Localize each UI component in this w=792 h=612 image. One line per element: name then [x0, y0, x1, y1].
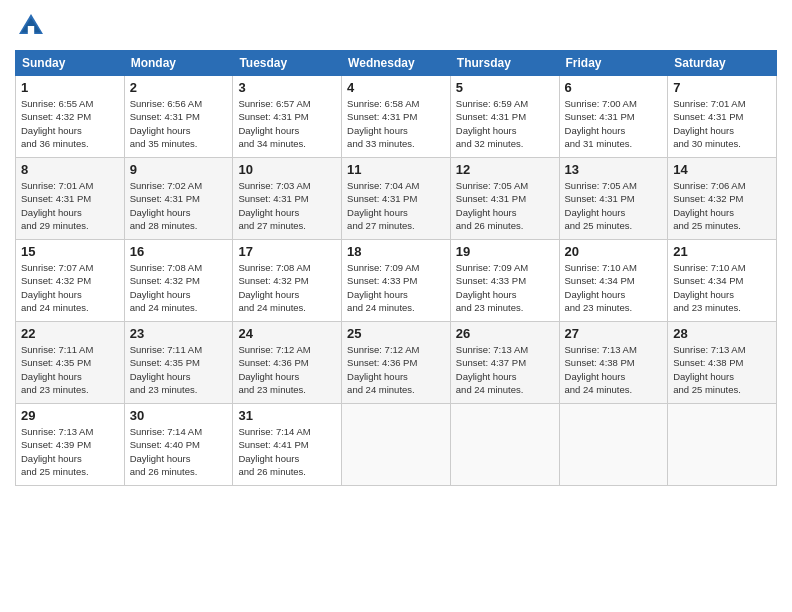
day-number: 14 [673, 162, 771, 177]
day-info: Sunrise: 7:10 AM Sunset: 4:34 PM Dayligh… [565, 261, 663, 314]
day-number: 19 [456, 244, 554, 259]
day-number: 17 [238, 244, 336, 259]
day-info: Sunrise: 7:07 AM Sunset: 4:32 PM Dayligh… [21, 261, 119, 314]
day-cell: 7 Sunrise: 7:01 AM Sunset: 4:31 PM Dayli… [668, 76, 777, 158]
day-number: 22 [21, 326, 119, 341]
day-number: 1 [21, 80, 119, 95]
day-cell: 31 Sunrise: 7:14 AM Sunset: 4:41 PM Dayl… [233, 404, 342, 486]
logo [15, 10, 51, 42]
day-info: Sunrise: 6:58 AM Sunset: 4:31 PM Dayligh… [347, 97, 445, 150]
day-number: 29 [21, 408, 119, 423]
week-row-4: 22 Sunrise: 7:11 AM Sunset: 4:35 PM Dayl… [16, 322, 777, 404]
day-info: Sunrise: 7:06 AM Sunset: 4:32 PM Dayligh… [673, 179, 771, 232]
week-row-3: 15 Sunrise: 7:07 AM Sunset: 4:32 PM Dayl… [16, 240, 777, 322]
day-cell: 1 Sunrise: 6:55 AM Sunset: 4:32 PM Dayli… [16, 76, 125, 158]
day-info: Sunrise: 7:02 AM Sunset: 4:31 PM Dayligh… [130, 179, 228, 232]
day-number: 2 [130, 80, 228, 95]
day-cell: 3 Sunrise: 6:57 AM Sunset: 4:31 PM Dayli… [233, 76, 342, 158]
day-cell: 11 Sunrise: 7:04 AM Sunset: 4:31 PM Dayl… [342, 158, 451, 240]
day-cell: 28 Sunrise: 7:13 AM Sunset: 4:38 PM Dayl… [668, 322, 777, 404]
day-cell: 12 Sunrise: 7:05 AM Sunset: 4:31 PM Dayl… [450, 158, 559, 240]
day-info: Sunrise: 7:04 AM Sunset: 4:31 PM Dayligh… [347, 179, 445, 232]
day-number: 12 [456, 162, 554, 177]
day-number: 13 [565, 162, 663, 177]
day-number: 16 [130, 244, 228, 259]
day-info: Sunrise: 7:13 AM Sunset: 4:38 PM Dayligh… [673, 343, 771, 396]
day-cell: 13 Sunrise: 7:05 AM Sunset: 4:31 PM Dayl… [559, 158, 668, 240]
day-info: Sunrise: 7:12 AM Sunset: 4:36 PM Dayligh… [238, 343, 336, 396]
day-info: Sunrise: 7:11 AM Sunset: 4:35 PM Dayligh… [130, 343, 228, 396]
day-info: Sunrise: 7:09 AM Sunset: 4:33 PM Dayligh… [456, 261, 554, 314]
day-info: Sunrise: 7:05 AM Sunset: 4:31 PM Dayligh… [565, 179, 663, 232]
day-info: Sunrise: 7:14 AM Sunset: 4:40 PM Dayligh… [130, 425, 228, 478]
day-cell [668, 404, 777, 486]
day-number: 26 [456, 326, 554, 341]
svg-rect-2 [28, 26, 34, 34]
day-number: 23 [130, 326, 228, 341]
day-cell: 27 Sunrise: 7:13 AM Sunset: 4:38 PM Dayl… [559, 322, 668, 404]
calendar-header-row: SundayMondayTuesdayWednesdayThursdayFrid… [16, 51, 777, 76]
day-number: 28 [673, 326, 771, 341]
header-thursday: Thursday [450, 51, 559, 76]
calendar-container: SundayMondayTuesdayWednesdayThursdayFrid… [0, 0, 792, 612]
header-monday: Monday [124, 51, 233, 76]
day-info: Sunrise: 7:08 AM Sunset: 4:32 PM Dayligh… [130, 261, 228, 314]
day-cell: 17 Sunrise: 7:08 AM Sunset: 4:32 PM Dayl… [233, 240, 342, 322]
day-number: 15 [21, 244, 119, 259]
day-info: Sunrise: 6:59 AM Sunset: 4:31 PM Dayligh… [456, 97, 554, 150]
day-cell: 20 Sunrise: 7:10 AM Sunset: 4:34 PM Dayl… [559, 240, 668, 322]
day-cell: 4 Sunrise: 6:58 AM Sunset: 4:31 PM Dayli… [342, 76, 451, 158]
day-cell: 5 Sunrise: 6:59 AM Sunset: 4:31 PM Dayli… [450, 76, 559, 158]
day-cell: 19 Sunrise: 7:09 AM Sunset: 4:33 PM Dayl… [450, 240, 559, 322]
day-cell: 15 Sunrise: 7:07 AM Sunset: 4:32 PM Dayl… [16, 240, 125, 322]
day-number: 30 [130, 408, 228, 423]
day-number: 4 [347, 80, 445, 95]
day-number: 25 [347, 326, 445, 341]
day-info: Sunrise: 7:13 AM Sunset: 4:37 PM Dayligh… [456, 343, 554, 396]
day-cell: 29 Sunrise: 7:13 AM Sunset: 4:39 PM Dayl… [16, 404, 125, 486]
day-number: 6 [565, 80, 663, 95]
day-info: Sunrise: 7:05 AM Sunset: 4:31 PM Dayligh… [456, 179, 554, 232]
day-number: 7 [673, 80, 771, 95]
header-wednesday: Wednesday [342, 51, 451, 76]
day-info: Sunrise: 6:56 AM Sunset: 4:31 PM Dayligh… [130, 97, 228, 150]
day-number: 20 [565, 244, 663, 259]
day-info: Sunrise: 6:57 AM Sunset: 4:31 PM Dayligh… [238, 97, 336, 150]
day-info: Sunrise: 6:55 AM Sunset: 4:32 PM Dayligh… [21, 97, 119, 150]
day-cell: 9 Sunrise: 7:02 AM Sunset: 4:31 PM Dayli… [124, 158, 233, 240]
day-info: Sunrise: 7:01 AM Sunset: 4:31 PM Dayligh… [21, 179, 119, 232]
header-friday: Friday [559, 51, 668, 76]
day-info: Sunrise: 7:03 AM Sunset: 4:31 PM Dayligh… [238, 179, 336, 232]
day-info: Sunrise: 7:09 AM Sunset: 4:33 PM Dayligh… [347, 261, 445, 314]
day-info: Sunrise: 7:08 AM Sunset: 4:32 PM Dayligh… [238, 261, 336, 314]
day-number: 8 [21, 162, 119, 177]
day-cell: 21 Sunrise: 7:10 AM Sunset: 4:34 PM Dayl… [668, 240, 777, 322]
day-number: 9 [130, 162, 228, 177]
header-sunday: Sunday [16, 51, 125, 76]
day-cell: 18 Sunrise: 7:09 AM Sunset: 4:33 PM Dayl… [342, 240, 451, 322]
week-row-2: 8 Sunrise: 7:01 AM Sunset: 4:31 PM Dayli… [16, 158, 777, 240]
day-cell: 30 Sunrise: 7:14 AM Sunset: 4:40 PM Dayl… [124, 404, 233, 486]
day-cell: 24 Sunrise: 7:12 AM Sunset: 4:36 PM Dayl… [233, 322, 342, 404]
day-info: Sunrise: 7:14 AM Sunset: 4:41 PM Dayligh… [238, 425, 336, 478]
day-cell: 22 Sunrise: 7:11 AM Sunset: 4:35 PM Dayl… [16, 322, 125, 404]
day-cell: 2 Sunrise: 6:56 AM Sunset: 4:31 PM Dayli… [124, 76, 233, 158]
day-number: 24 [238, 326, 336, 341]
day-info: Sunrise: 7:11 AM Sunset: 4:35 PM Dayligh… [21, 343, 119, 396]
day-cell [342, 404, 451, 486]
day-cell: 14 Sunrise: 7:06 AM Sunset: 4:32 PM Dayl… [668, 158, 777, 240]
day-number: 10 [238, 162, 336, 177]
day-number: 5 [456, 80, 554, 95]
day-cell: 16 Sunrise: 7:08 AM Sunset: 4:32 PM Dayl… [124, 240, 233, 322]
day-number: 11 [347, 162, 445, 177]
day-cell: 8 Sunrise: 7:01 AM Sunset: 4:31 PM Dayli… [16, 158, 125, 240]
week-row-5: 29 Sunrise: 7:13 AM Sunset: 4:39 PM Dayl… [16, 404, 777, 486]
day-number: 31 [238, 408, 336, 423]
day-cell: 10 Sunrise: 7:03 AM Sunset: 4:31 PM Dayl… [233, 158, 342, 240]
day-number: 21 [673, 244, 771, 259]
logo-icon [15, 10, 47, 42]
day-number: 3 [238, 80, 336, 95]
day-info: Sunrise: 7:13 AM Sunset: 4:38 PM Dayligh… [565, 343, 663, 396]
calendar-table: SundayMondayTuesdayWednesdayThursdayFrid… [15, 50, 777, 486]
day-cell: 23 Sunrise: 7:11 AM Sunset: 4:35 PM Dayl… [124, 322, 233, 404]
